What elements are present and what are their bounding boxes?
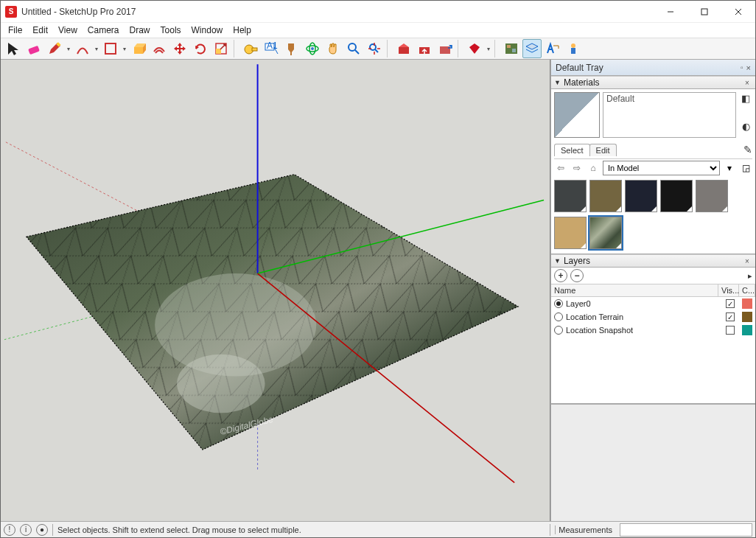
menu-window[interactable]: Window xyxy=(187,24,228,37)
materials-tab-select[interactable]: Select xyxy=(554,144,590,156)
layer-color-swatch[interactable] xyxy=(742,312,752,322)
menu-camera[interactable]: Camera xyxy=(83,24,124,37)
layer-active-radio[interactable] xyxy=(554,326,563,335)
tool-person[interactable] xyxy=(564,39,583,58)
eyedropper-icon[interactable]: ✎ xyxy=(743,144,752,156)
info-icon[interactable]: i xyxy=(20,524,32,536)
svg-point-28 xyxy=(571,43,575,48)
tool-layers-panel[interactable] xyxy=(522,39,542,58)
menu-draw[interactable]: Draw xyxy=(125,24,155,37)
material-swatch-gray[interactable] xyxy=(696,180,728,212)
tool-extension-wh[interactable] xyxy=(435,39,455,58)
current-material-swatch[interactable] xyxy=(554,92,600,138)
material-swatch-olive[interactable] xyxy=(589,180,622,212)
tool-paint[interactable] xyxy=(282,39,301,58)
tool-pencil[interactable] xyxy=(45,39,64,58)
tool-orbit[interactable] xyxy=(303,39,322,58)
remove-layer-button[interactable]: − xyxy=(570,269,584,282)
materials-tab-edit[interactable]: Edit xyxy=(589,144,617,156)
user-icon[interactable]: ● xyxy=(36,524,48,536)
layer-visible-checkbox[interactable]: ✓ xyxy=(726,312,735,321)
layers-col-color[interactable]: C... xyxy=(739,284,755,296)
tool-ruby[interactable] xyxy=(465,39,484,58)
tool-select[interactable] xyxy=(4,39,23,58)
tool-zoom-extents[interactable] xyxy=(365,39,384,58)
tool-shapes-dropdown[interactable]: ▾ xyxy=(122,46,127,52)
alert-icon[interactable]: ! xyxy=(4,524,15,536)
panel-close-icon[interactable]: × xyxy=(742,257,752,265)
tool-pencil-dropdown[interactable]: ▾ xyxy=(66,46,71,52)
tool-eraser[interactable] xyxy=(24,39,43,58)
layer-visible-checkbox[interactable]: ✓ xyxy=(726,299,735,308)
measurements-input[interactable] xyxy=(620,523,752,537)
minimize-button[interactable] xyxy=(654,1,687,23)
collection-dropdown[interactable]: In Model xyxy=(603,161,720,175)
layer-active-radio[interactable] xyxy=(554,299,563,308)
material-swatch-black[interactable] xyxy=(660,180,693,212)
menubar: FileEditViewCameraDrawToolsWindowHelp xyxy=(1,23,755,38)
menu-tools[interactable]: Tools xyxy=(156,24,186,37)
materials-grid xyxy=(554,180,752,251)
layer-color-swatch[interactable] xyxy=(742,298,752,309)
material-name-field[interactable]: Default xyxy=(603,92,736,138)
menu-file[interactable]: File xyxy=(4,24,27,37)
maximize-button[interactable] xyxy=(687,1,721,23)
svg-rect-1 xyxy=(701,9,707,15)
svg-text:A1: A1 xyxy=(267,41,278,51)
tool-ruby-dropdown[interactable]: ▾ xyxy=(486,46,491,52)
create-material-icon[interactable]: ◧ xyxy=(740,92,752,104)
menu-view[interactable]: View xyxy=(54,24,82,37)
measurements-label: Measurements xyxy=(555,525,615,534)
material-swatch-navy[interactable] xyxy=(625,180,657,212)
menu-edit[interactable]: Edit xyxy=(28,24,52,37)
layer-name: Layer0 xyxy=(566,299,723,308)
svg-rect-4 xyxy=(28,46,40,55)
nav-back-icon[interactable]: ⇦ xyxy=(554,161,567,175)
tool-pan[interactable] xyxy=(323,39,343,58)
close-button[interactable] xyxy=(721,1,755,23)
menu-help[interactable]: Help xyxy=(228,24,256,37)
layer-color-swatch[interactable] xyxy=(742,325,752,335)
window-title: Untitled - SketchUp Pro 2017 xyxy=(21,7,654,17)
tool-arc-dropdown[interactable]: ▾ xyxy=(94,46,99,52)
tool-location[interactable] xyxy=(502,39,521,58)
tool-text[interactable]: A1 xyxy=(262,39,281,58)
material-swatch-tan[interactable] xyxy=(554,217,587,249)
materials-panel-header[interactable]: ▼ Materials × xyxy=(551,76,755,89)
material-swatch-satellite[interactable] xyxy=(589,217,622,249)
tool-offset[interactable] xyxy=(150,39,169,58)
tool-move[interactable] xyxy=(170,39,189,58)
layer-visible-checkbox[interactable] xyxy=(726,326,735,335)
panel-close-icon[interactable]: × xyxy=(742,79,752,87)
details-icon[interactable]: ◲ xyxy=(739,161,752,175)
tool-arc[interactable] xyxy=(73,39,92,58)
layer-row[interactable]: Location Snapshot xyxy=(551,324,755,337)
collection-menu-icon[interactable]: ▾ xyxy=(723,161,736,175)
nav-forward-icon[interactable]: ⇨ xyxy=(570,161,584,175)
viewport[interactable]: ©DigitalGlobe xyxy=(1,60,550,521)
default-material-icon[interactable]: ◐ xyxy=(740,120,752,132)
tool-scale[interactable] xyxy=(211,39,231,58)
tray-close-icon[interactable]: × xyxy=(746,63,751,72)
tool-shapes[interactable] xyxy=(101,39,120,58)
layer-row[interactable]: Location Terrain✓ xyxy=(551,310,755,324)
tool-warehouse-get[interactable] xyxy=(394,39,413,58)
layer-active-radio[interactable] xyxy=(554,312,563,321)
material-swatch-dark-gray[interactable] xyxy=(554,180,587,212)
tool-zoom[interactable] xyxy=(344,39,363,58)
tool-tape[interactable] xyxy=(241,39,260,58)
tool-warehouse-share[interactable] xyxy=(415,39,434,58)
tray-pin-icon[interactable]: ▫ xyxy=(741,63,743,71)
home-icon[interactable]: ⌂ xyxy=(587,161,600,175)
svg-point-20 xyxy=(370,44,376,50)
add-layer-button[interactable]: + xyxy=(554,269,567,282)
layers-panel-header[interactable]: ▼ Layers × xyxy=(551,254,755,268)
layers-col-visible[interactable]: Vis... xyxy=(718,284,739,296)
tool-3d-text[interactable] xyxy=(543,39,562,58)
tool-pushpull[interactable] xyxy=(129,39,148,58)
layers-menu-icon[interactable]: ▸ xyxy=(748,271,752,281)
tool-rotate[interactable] xyxy=(191,39,210,58)
layers-col-name[interactable]: Name xyxy=(551,284,718,296)
layer-row[interactable]: Layer0✓ xyxy=(551,297,755,310)
tray-titlebar[interactable]: Default Tray ▫ × xyxy=(551,60,755,76)
